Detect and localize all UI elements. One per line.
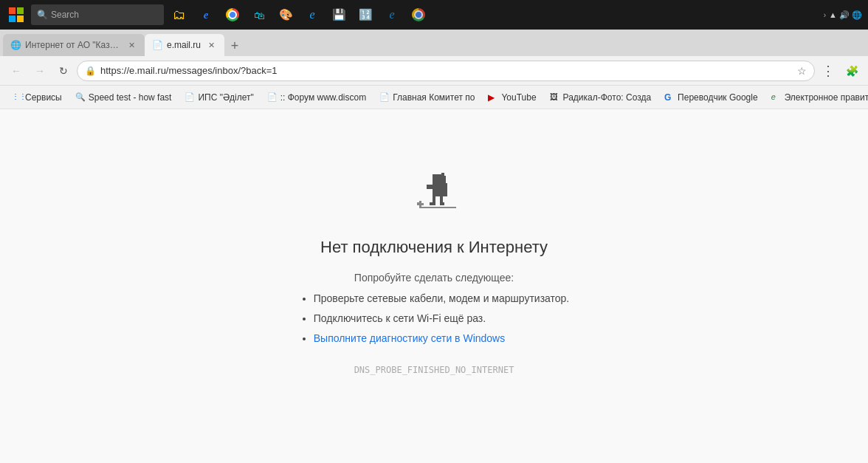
bookmark-youtube[interactable]: ▶ YouTube [482, 90, 542, 105]
bookmark-adilet[interactable]: 📄 ИПС "Әділет" [179, 90, 259, 105]
disk-taskbar-icon[interactable]: 💾 [328, 4, 350, 26]
new-tab-button[interactable]: + [224, 35, 245, 56]
error-suggestion-3: Выполните диагностику сети в Windows [314, 329, 570, 348]
svg-rect-3 [433, 183, 447, 196]
bookmark-favicon-adilet: 📄 [185, 92, 195, 103]
start-button[interactable] [6, 4, 27, 25]
svg-rect-2 [444, 174, 446, 176]
store-taskbar-icon[interactable]: 🛍 [248, 4, 270, 26]
bookmark-speedtest[interactable]: 🔍 Speed test - how fast [69, 90, 178, 105]
tab-favicon-email: 📄 [152, 40, 162, 50]
bookmark-translate[interactable]: G Переводчик Google [658, 90, 764, 105]
bookmark-epr[interactable]: e Электронное правит [765, 90, 868, 105]
taskbar-search[interactable]: 🔍 Search [31, 4, 164, 25]
bookmark-favicon-komitet: 📄 [379, 92, 390, 103]
svg-rect-11 [417, 202, 419, 205]
browser-menu-button[interactable]: ⋮ [818, 61, 838, 81]
ie2-taskbar-icon[interactable]: e [381, 4, 403, 26]
bookmark-label-komitet: Главная Комитет по [393, 92, 475, 103]
bookmark-favicon-speedtest: 🔍 [75, 92, 86, 103]
error-suggestion-1: Проверьте сетевые кабели, модем и маршру… [314, 289, 570, 308]
taskbar-search-label: Search [51, 10, 79, 20]
address-bar[interactable]: 🔒 https://e.mail.ru/messages/inbox/?back… [77, 61, 815, 81]
svg-rect-4 [427, 185, 433, 189]
tab-email[interactable]: 📄 e.mail.ru ✕ [145, 34, 224, 56]
taskbar-right: › ▲ 🔊 🌐 [824, 10, 862, 20]
bookmark-favicon-translate: G [664, 92, 675, 103]
bookmark-servisy[interactable]: ⋮⋮ Сервисы [6, 90, 68, 105]
bookmark-label-youtube: YouTube [501, 92, 536, 103]
address-text: https://e.mail.ru/messages/inbox/?back=1 [100, 65, 793, 76]
extensions-icon[interactable]: 🧩 [841, 61, 862, 81]
forward-button[interactable]: → [30, 61, 50, 81]
page-content: Нет подключения к Интернету Попробуйте с… [0, 109, 868, 463]
taskbar: 🔍 Search 🗂 e 🛍 🎨 e 💾 🔢 e › ▲ 🔊 🌐 [0, 0, 868, 30]
error-title: Нет подключения к Интернету [320, 238, 548, 257]
bookmarks-bar: ⋮⋮ Сервисы 🔍 Speed test - how fast 📄 ИПС… [0, 86, 868, 109]
bookmark-label-radikal: Радикал-Фото: Созда [563, 92, 652, 103]
chrome2-taskbar-icon[interactable] [407, 4, 430, 26]
bookmark-label-servisy: Сервисы [25, 92, 62, 103]
svg-rect-7 [430, 202, 435, 205]
error-subtitle: Попробуйте сделать следующее: [354, 272, 514, 284]
back-button[interactable]: ← [6, 61, 27, 81]
svg-rect-8 [440, 202, 444, 205]
tab-close-internet[interactable]: ✕ [125, 39, 137, 51]
bookmark-label-adilet: ИПС "Әділет" [198, 92, 253, 103]
bookmark-favicon-youtube: ▶ [488, 92, 498, 103]
tab-title-internet: Интернет от АО "Казахт [25, 40, 121, 50]
bookmark-label-epr: Электронное правит [785, 92, 868, 103]
bookmark-favicon-forum: 📄 [267, 92, 278, 103]
svg-rect-9 [419, 207, 456, 208]
tab-internet[interactable]: 🌐 Интернет от АО "Казахт ✕ [3, 34, 145, 56]
error-list: Проверьте сетевые кабели, модем и маршру… [299, 289, 570, 350]
svg-rect-12 [421, 203, 424, 205]
error-code: DNS_PROBE_FINISHED_NO_INTERNET [354, 365, 514, 375]
network-diagnostics-link[interactable]: Выполните диагностику сети в Windows [314, 332, 505, 344]
bookmark-radikal[interactable]: 🖼 Радикал-Фото: Созда [544, 90, 658, 105]
bookmark-label-forum: :: Форум www.discom [280, 92, 366, 103]
address-bar-row: ← → ↻ 🔒 https://e.mail.ru/messages/inbox… [0, 56, 868, 86]
dino-icon [412, 168, 456, 213]
tab-bar: 🌐 Интернет от АО "Казахт ✕ 📄 e.mail.ru ✕… [0, 30, 868, 56]
bookmark-label-speedtest: Speed test - how fast [89, 92, 172, 103]
chrome-taskbar-icon[interactable] [221, 4, 244, 26]
address-lock-icon: 🔒 [85, 66, 96, 76]
svg-rect-10 [419, 201, 421, 207]
bookmark-label-translate: Переводчик Google [678, 92, 758, 103]
tab-favicon-internet: 🌐 [10, 40, 21, 50]
paint-taskbar-icon[interactable]: 🎨 [275, 4, 297, 26]
calc-taskbar-icon[interactable]: 🔢 [354, 4, 376, 26]
bookmark-komitet[interactable]: 📄 Главная Комитет по [373, 90, 480, 105]
error-suggestion-2: Подключитесь к сети Wi-Fi ещё раз. [314, 309, 570, 328]
bookmark-favicon-epr: e [771, 92, 782, 103]
bookmark-favicon-servisy: ⋮⋮ [12, 92, 22, 103]
dino-container [412, 168, 456, 216]
tab-close-email[interactable]: ✕ [205, 39, 217, 51]
svg-rect-1 [441, 173, 444, 176]
edge-taskbar-icon[interactable]: e [195, 4, 217, 26]
tab-title-email: e.mail.ru [167, 40, 201, 50]
ie-taskbar-icon[interactable]: e [301, 4, 323, 26]
bookmark-star-icon[interactable]: ☆ [797, 65, 807, 77]
file-explorer-taskbar-icon[interactable]: 🗂 [168, 4, 190, 26]
reload-button[interactable]: ↻ [53, 61, 74, 81]
taskbar-chevron[interactable]: › [824, 11, 826, 19]
taskbar-time: ▲ 🔊 🌐 [829, 10, 862, 20]
bookmark-favicon-radikal: 🖼 [550, 92, 560, 103]
browser-window: 🌐 Интернет от АО "Казахт ✕ 📄 e.mail.ru ✕… [0, 30, 868, 463]
windows-logo [9, 7, 24, 22]
bookmark-forum[interactable]: 📄 :: Форум www.discom [261, 90, 372, 105]
